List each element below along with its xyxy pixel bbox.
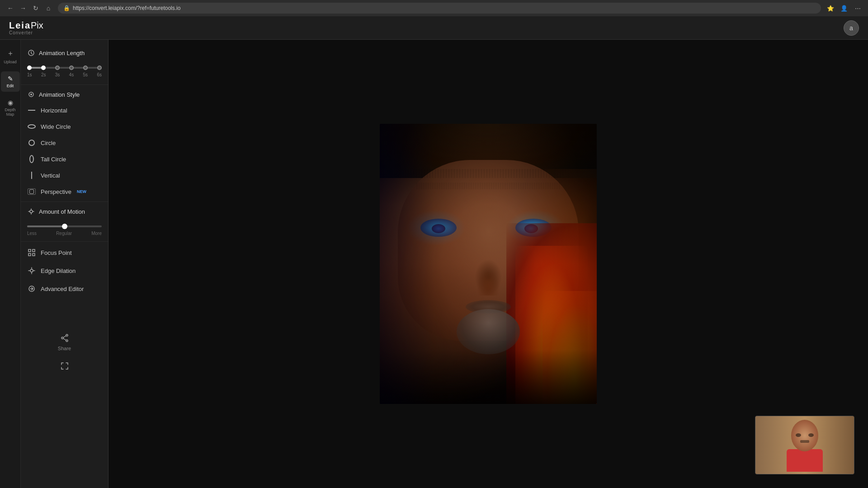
logo: LeiaPix Converter (9, 20, 43, 35)
label-3s: 3s (55, 72, 60, 77)
menu-button[interactable]: ⋯ (853, 3, 863, 13)
animation-length-title: Animation Length (39, 50, 85, 56)
upload-icon: ＋ (7, 49, 14, 58)
motion-icon (27, 207, 35, 216)
label-1s: 1s (27, 72, 32, 77)
motion-slider-handle[interactable] (62, 224, 67, 229)
app-container: LeiaPix Converter a ＋ Upload ✎ Edit ◉ (0, 16, 868, 488)
motion-slider[interactable]: Less Regular More (21, 219, 108, 239)
circle-label: Circle (41, 140, 56, 146)
main-canvas-image (380, 124, 597, 404)
edge-dilation-item[interactable]: Edge Dilation (21, 262, 108, 280)
style-option-circle[interactable]: Circle (21, 135, 108, 151)
forward-button[interactable]: → (18, 3, 28, 13)
profile-button[interactable]: 👤 (839, 3, 849, 13)
address-bar[interactable]: 🔒 https://convert.leiapix.com/?ref=futur… (58, 3, 821, 14)
edge-dilation-label: Edge Dilation (41, 267, 75, 274)
perspective-icon (27, 187, 36, 196)
webcam-head (791, 420, 818, 451)
tall-circle-label: Tall Circle (41, 156, 66, 163)
style-option-tall-circle[interactable]: Tall Circle (21, 151, 108, 167)
animation-style-header[interactable]: Animation Style (21, 87, 108, 102)
app-header: LeiaPix Converter a (0, 16, 868, 40)
url-text: https://convert.leiapix.com/?ref=futuret… (73, 5, 180, 11)
home-button[interactable]: ⌂ (43, 3, 53, 13)
logo-converter: Converter (9, 30, 43, 35)
focus-point-icon (27, 248, 36, 257)
browser-bar: ← → ↻ ⌂ 🔒 https://convert.leiapix.com/?r… (0, 0, 868, 16)
share-icon (61, 334, 69, 344)
svg-point-8 (30, 269, 33, 272)
amount-of-motion-header[interactable]: Amount of Motion (21, 204, 108, 219)
sidebar-bottom-actions: Share (21, 325, 108, 381)
style-option-vertical[interactable]: Vertical (21, 167, 108, 183)
perspective-badge: NEW (77, 189, 86, 194)
extensions-button[interactable]: ⭐ (826, 3, 835, 13)
logo-pix: Pix (31, 20, 43, 30)
label-6s: 6s (97, 72, 102, 77)
icon-bar: ＋ Upload ✎ Edit ◉ Depth Map (0, 40, 21, 488)
style-option-horizontal[interactable]: Horizontal (21, 102, 108, 118)
edit-label: Edit (7, 84, 14, 88)
sidebar-item-depth-map[interactable]: ◉ Depth Map (1, 95, 20, 120)
advanced-editor-item[interactable]: Advanced Editor (21, 280, 108, 298)
divider-2 (21, 202, 108, 202)
svg-point-12 (66, 340, 68, 342)
circle-icon (27, 138, 36, 147)
sidebar-item-upload[interactable]: ＋ Upload (1, 45, 20, 68)
focus-point-item[interactable]: Focus Point (21, 244, 108, 262)
motion-label-less: Less (27, 231, 37, 236)
sidebar-panel: Animation Length (21, 40, 108, 488)
back-button[interactable]: ← (5, 3, 15, 13)
animation-length-icon (27, 49, 35, 57)
fullscreen-action[interactable] (27, 358, 102, 376)
tall-circle-icon (27, 155, 36, 164)
vertical-icon (27, 171, 36, 180)
svg-point-11 (61, 337, 63, 339)
style-option-perspective[interactable]: Perspective NEW (21, 183, 108, 200)
fullscreen-icon (61, 362, 69, 372)
share-action[interactable]: Share (27, 330, 102, 355)
advanced-editor-icon (27, 284, 36, 293)
animation-length-slider[interactable]: 1s 2s 3s 4s 5s 6s (21, 61, 108, 83)
svg-rect-7 (33, 253, 35, 256)
slider-dot-5 (83, 66, 88, 70)
lock-icon: 🔒 (63, 5, 70, 11)
image-overlay (380, 124, 597, 404)
divider-3 (21, 241, 108, 242)
motion-label-more: More (91, 231, 102, 236)
slider-dot-4 (69, 66, 74, 70)
webcam-inner (755, 416, 854, 474)
amount-of-motion-title: Amount of Motion (39, 208, 85, 215)
divider-1 (21, 84, 108, 85)
svg-rect-6 (28, 253, 31, 256)
logo-text: LeiaPix (9, 20, 43, 30)
slider-labels: 1s 2s 3s 4s 5s 6s (27, 72, 102, 77)
svg-rect-4 (28, 249, 31, 252)
webcam-overlay (755, 416, 854, 474)
horizontal-icon (27, 106, 36, 115)
depth-map-label: Depth Map (3, 108, 18, 117)
webcam-body (787, 449, 823, 472)
sidebar-spacer (21, 298, 108, 325)
slider-dot-3 (55, 66, 60, 70)
main-content: ＋ Upload ✎ Edit ◉ Depth Map (0, 40, 868, 488)
motion-label-regular: Regular (56, 231, 72, 236)
style-option-wide-circle[interactable]: Wide Circle (21, 118, 108, 135)
animation-length-header[interactable]: Animation Length (21, 45, 108, 61)
upload-label: Upload (4, 60, 17, 64)
edit-icon: ✎ (8, 75, 13, 82)
sidebar: ＋ Upload ✎ Edit ◉ Depth Map (0, 40, 108, 488)
edge-dilation-icon (27, 266, 36, 275)
focus-point-label: Focus Point (41, 249, 72, 256)
horizontal-label: Horizontal (41, 107, 67, 114)
sidebar-item-edit[interactable]: ✎ Edit (1, 71, 20, 92)
webcam-figure (782, 420, 827, 474)
logo-leia: Leia (9, 20, 31, 30)
refresh-button[interactable]: ↻ (31, 3, 41, 13)
slider-dot-2 (41, 66, 46, 70)
user-avatar[interactable]: a (844, 20, 859, 36)
depth-map-icon: ◉ (8, 99, 13, 106)
animation-style-title: Animation Style (39, 91, 80, 98)
svg-point-2 (30, 94, 32, 95)
